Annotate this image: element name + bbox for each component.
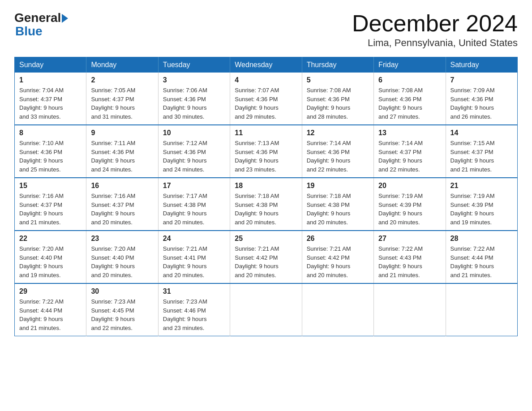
title-area: December 2024 Lima, Pennsylvania, United…	[352, 11, 518, 49]
day-number: 7	[450, 76, 513, 84]
column-header-tuesday: Tuesday	[158, 57, 230, 73]
day-info: Sunrise: 7:15 AMSunset: 4:37 PMDaylight:…	[450, 139, 513, 174]
day-number: 4	[235, 76, 297, 84]
day-info: Sunrise: 7:21 AMSunset: 4:41 PMDaylight:…	[163, 244, 225, 279]
day-info: Sunrise: 7:17 AMSunset: 4:38 PMDaylight:…	[163, 192, 225, 227]
day-info: Sunrise: 7:05 AMSunset: 4:37 PMDaylight:…	[91, 86, 153, 121]
column-header-sunday: Sunday	[15, 57, 86, 73]
day-info: Sunrise: 7:16 AMSunset: 4:37 PMDaylight:…	[91, 192, 153, 227]
calendar-cell: 22Sunrise: 7:20 AMSunset: 4:40 PMDayligh…	[15, 231, 86, 283]
day-info: Sunrise: 7:18 AMSunset: 4:38 PMDaylight:…	[307, 192, 369, 227]
day-info: Sunrise: 7:16 AMSunset: 4:37 PMDaylight:…	[19, 192, 82, 227]
day-number: 17	[163, 182, 225, 190]
calendar-table: SundayMondayTuesdayWednesdayThursdayFrid…	[14, 57, 518, 336]
calendar-week-row: 29Sunrise: 7:22 AMSunset: 4:44 PMDayligh…	[15, 283, 518, 336]
calendar-cell	[230, 283, 302, 336]
column-header-saturday: Saturday	[446, 57, 517, 73]
day-info: Sunrise: 7:22 AMSunset: 4:43 PMDaylight:…	[378, 244, 441, 279]
day-number: 9	[91, 129, 153, 137]
day-info: Sunrise: 7:23 AMSunset: 4:45 PMDaylight:…	[91, 297, 153, 332]
day-info: Sunrise: 7:22 AMSunset: 4:44 PMDaylight:…	[19, 297, 82, 332]
calendar-cell: 23Sunrise: 7:20 AMSunset: 4:40 PMDayligh…	[86, 231, 158, 283]
calendar-cell: 18Sunrise: 7:18 AMSunset: 4:38 PMDayligh…	[230, 178, 302, 231]
day-info: Sunrise: 7:06 AMSunset: 4:36 PMDaylight:…	[163, 86, 225, 121]
column-header-thursday: Thursday	[302, 57, 373, 73]
calendar-cell: 26Sunrise: 7:21 AMSunset: 4:42 PMDayligh…	[302, 231, 373, 283]
calendar-cell: 15Sunrise: 7:16 AMSunset: 4:37 PMDayligh…	[15, 178, 86, 231]
calendar-cell: 31Sunrise: 7:23 AMSunset: 4:46 PMDayligh…	[158, 283, 230, 336]
day-number: 8	[19, 129, 82, 137]
calendar-cell: 25Sunrise: 7:21 AMSunset: 4:42 PMDayligh…	[230, 231, 302, 283]
calendar-week-row: 15Sunrise: 7:16 AMSunset: 4:37 PMDayligh…	[15, 178, 518, 231]
page-header: General Blue December 2024 Lima, Pennsyl…	[14, 11, 518, 49]
calendar-cell: 27Sunrise: 7:22 AMSunset: 4:43 PMDayligh…	[374, 231, 446, 283]
calendar-cell: 11Sunrise: 7:13 AMSunset: 4:36 PMDayligh…	[230, 125, 302, 178]
logo: General Blue	[14, 11, 68, 38]
day-info: Sunrise: 7:21 AMSunset: 4:42 PMDaylight:…	[307, 244, 369, 279]
calendar-cell: 3Sunrise: 7:06 AMSunset: 4:36 PMDaylight…	[158, 73, 230, 125]
day-number: 27	[378, 235, 441, 243]
column-header-friday: Friday	[374, 57, 446, 73]
day-number: 6	[378, 76, 441, 84]
day-number: 21	[450, 182, 513, 190]
day-info: Sunrise: 7:20 AMSunset: 4:40 PMDaylight:…	[19, 244, 82, 279]
day-number: 22	[19, 235, 82, 243]
calendar-cell: 7Sunrise: 7:09 AMSunset: 4:36 PMDaylight…	[446, 73, 517, 125]
calendar-week-row: 22Sunrise: 7:20 AMSunset: 4:40 PMDayligh…	[15, 231, 518, 283]
calendar-cell: 20Sunrise: 7:19 AMSunset: 4:39 PMDayligh…	[374, 178, 446, 231]
calendar-cell: 8Sunrise: 7:10 AMSunset: 4:36 PMDaylight…	[15, 125, 86, 178]
calendar-cell: 10Sunrise: 7:12 AMSunset: 4:36 PMDayligh…	[158, 125, 230, 178]
month-title: December 2024	[352, 11, 518, 36]
day-info: Sunrise: 7:19 AMSunset: 4:39 PMDaylight:…	[450, 192, 513, 227]
calendar-cell: 30Sunrise: 7:23 AMSunset: 4:45 PMDayligh…	[86, 283, 158, 336]
calendar-header-row: SundayMondayTuesdayWednesdayThursdayFrid…	[15, 57, 518, 73]
day-number: 3	[163, 76, 225, 84]
day-info: Sunrise: 7:22 AMSunset: 4:44 PMDaylight:…	[450, 244, 513, 279]
day-number: 13	[378, 129, 441, 137]
day-number: 30	[91, 287, 153, 295]
day-number: 2	[91, 76, 153, 84]
day-number: 26	[307, 235, 369, 243]
day-info: Sunrise: 7:13 AMSunset: 4:36 PMDaylight:…	[235, 139, 297, 174]
day-number: 18	[235, 182, 297, 190]
calendar-cell: 2Sunrise: 7:05 AMSunset: 4:37 PMDaylight…	[86, 73, 158, 125]
calendar-week-row: 1Sunrise: 7:04 AMSunset: 4:37 PMDaylight…	[15, 73, 518, 125]
calendar-cell	[374, 283, 446, 336]
column-header-wednesday: Wednesday	[230, 57, 302, 73]
calendar-cell	[302, 283, 373, 336]
day-info: Sunrise: 7:08 AMSunset: 4:36 PMDaylight:…	[378, 86, 441, 121]
logo-general-text: General	[14, 11, 61, 25]
calendar-cell: 19Sunrise: 7:18 AMSunset: 4:38 PMDayligh…	[302, 178, 373, 231]
day-info: Sunrise: 7:21 AMSunset: 4:42 PMDaylight:…	[235, 244, 297, 279]
calendar-cell: 12Sunrise: 7:14 AMSunset: 4:36 PMDayligh…	[302, 125, 373, 178]
day-number: 28	[450, 235, 513, 243]
calendar-week-row: 8Sunrise: 7:10 AMSunset: 4:36 PMDaylight…	[15, 125, 518, 178]
day-info: Sunrise: 7:12 AMSunset: 4:36 PMDaylight:…	[163, 139, 225, 174]
day-number: 23	[91, 235, 153, 243]
day-number: 31	[163, 287, 225, 295]
day-number: 20	[378, 182, 441, 190]
day-info: Sunrise: 7:23 AMSunset: 4:46 PMDaylight:…	[163, 297, 225, 332]
day-number: 24	[163, 235, 225, 243]
day-info: Sunrise: 7:18 AMSunset: 4:38 PMDaylight:…	[235, 192, 297, 227]
calendar-cell: 5Sunrise: 7:08 AMSunset: 4:36 PMDaylight…	[302, 73, 373, 125]
day-info: Sunrise: 7:08 AMSunset: 4:36 PMDaylight:…	[307, 86, 369, 121]
calendar-cell: 13Sunrise: 7:14 AMSunset: 4:37 PMDayligh…	[374, 125, 446, 178]
day-number: 19	[307, 182, 369, 190]
day-info: Sunrise: 7:09 AMSunset: 4:36 PMDaylight:…	[450, 86, 513, 121]
calendar-cell: 6Sunrise: 7:08 AMSunset: 4:36 PMDaylight…	[374, 73, 446, 125]
day-number: 16	[91, 182, 153, 190]
column-header-monday: Monday	[86, 57, 158, 73]
calendar-cell: 4Sunrise: 7:07 AMSunset: 4:36 PMDaylight…	[230, 73, 302, 125]
calendar-cell: 14Sunrise: 7:15 AMSunset: 4:37 PMDayligh…	[446, 125, 517, 178]
day-number: 12	[307, 129, 369, 137]
day-number: 29	[19, 287, 82, 295]
calendar-cell: 1Sunrise: 7:04 AMSunset: 4:37 PMDaylight…	[15, 73, 86, 125]
day-number: 15	[19, 182, 82, 190]
calendar-cell: 21Sunrise: 7:19 AMSunset: 4:39 PMDayligh…	[446, 178, 517, 231]
day-number: 5	[307, 76, 369, 84]
location-subtitle: Lima, Pennsylvania, United States	[352, 37, 518, 49]
day-info: Sunrise: 7:14 AMSunset: 4:36 PMDaylight:…	[307, 139, 369, 174]
day-info: Sunrise: 7:19 AMSunset: 4:39 PMDaylight:…	[378, 192, 441, 227]
day-number: 14	[450, 129, 513, 137]
